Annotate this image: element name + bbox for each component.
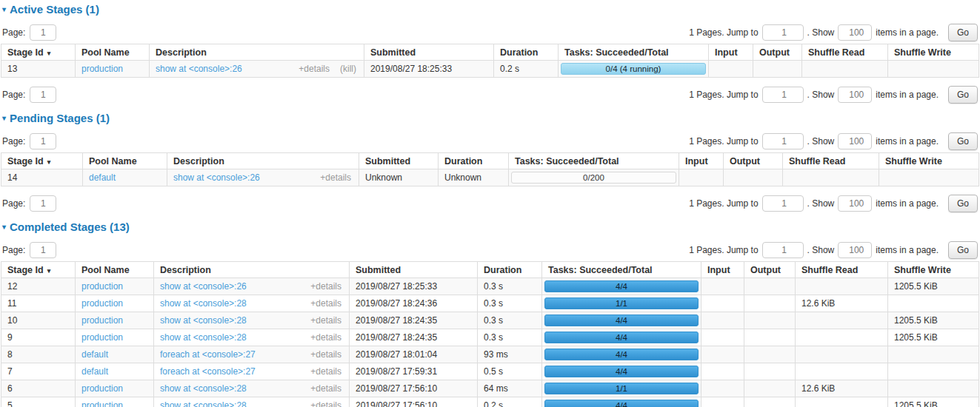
details-toggle[interactable]: +details (310, 366, 341, 377)
page-number-input[interactable] (30, 87, 56, 103)
details-toggle[interactable]: +details (310, 281, 341, 292)
column-header[interactable]: Stage Id▾ (1, 44, 76, 61)
jump-to-page-input[interactable] (762, 242, 804, 258)
items-per-page-input[interactable] (838, 24, 872, 41)
pool-name-link[interactable]: production (81, 332, 123, 343)
column-header[interactable]: Shuffle Read (802, 44, 888, 61)
items-per-page-input[interactable] (838, 87, 872, 103)
description-link[interactable]: show at <console>:28 (160, 298, 247, 309)
items-per-page-input[interactable] (838, 133, 872, 149)
shuffle-write-cell (888, 363, 979, 380)
column-header[interactable]: Tasks: Succeeded/Total (542, 262, 701, 278)
jump-to-page-input[interactable] (762, 195, 804, 212)
tasks-progress-bar: 4/4 (544, 366, 699, 377)
section-title-completed[interactable]: ▾Completed Stages (13) (2, 221, 979, 233)
column-header[interactable]: Output (744, 262, 796, 278)
column-header[interactable]: Stage Id▾ (1, 153, 83, 169)
details-toggle[interactable]: +details (310, 349, 341, 360)
column-header[interactable]: Input (679, 153, 724, 169)
column-header[interactable]: Duration (494, 44, 559, 61)
column-header[interactable]: Submitted (364, 44, 494, 61)
page-number-input[interactable] (30, 242, 56, 258)
output-cell (744, 278, 796, 295)
column-header[interactable]: Shuffle Read (796, 262, 888, 278)
page-number-input[interactable] (30, 24, 56, 41)
column-header[interactable]: Duration (478, 262, 542, 278)
description-link[interactable]: show at <console>:26 (156, 64, 242, 74)
column-header[interactable]: Description (154, 262, 350, 278)
column-header[interactable]: Duration (439, 153, 509, 169)
output-cell (724, 169, 783, 186)
details-toggle[interactable]: +details (310, 332, 341, 343)
pool-name-link[interactable]: production (81, 400, 123, 407)
input-cell (701, 312, 744, 329)
description-link[interactable]: show at <console>:28 (160, 332, 247, 343)
column-header[interactable]: Input (709, 44, 753, 61)
pool-name-link[interactable]: default (81, 366, 108, 377)
pool-name-link[interactable]: default (89, 172, 116, 183)
pool-name-link[interactable]: production (81, 281, 123, 292)
description-link[interactable]: foreach at <console>:27 (160, 349, 256, 360)
go-button[interactable]: Go (948, 241, 978, 259)
jump-to-page-input[interactable] (762, 24, 804, 41)
column-header[interactable]: Description (167, 153, 359, 169)
details-toggle[interactable]: +details (310, 383, 341, 394)
column-header[interactable]: Shuffle Write (888, 262, 979, 278)
pool-name-link[interactable]: production (81, 383, 123, 394)
description-link[interactable]: show at <console>:26 (173, 172, 260, 183)
column-header[interactable]: Stage Id▾ (1, 262, 76, 278)
pool-name-link[interactable]: production (81, 64, 123, 74)
column-header[interactable]: Submitted (350, 262, 478, 278)
page-number-input[interactable] (30, 133, 56, 149)
go-button[interactable]: Go (948, 195, 978, 212)
jump-to-page-input[interactable] (762, 133, 804, 149)
column-header[interactable]: Submitted (359, 153, 439, 169)
stage-id-cell: 14 (1, 169, 83, 186)
column-header-label: Shuffle Read (801, 265, 858, 275)
column-header[interactable]: Tasks: Succeeded/Total (509, 153, 679, 169)
section-title-active[interactable]: ▾Active Stages (1) (2, 3, 979, 16)
column-header[interactable]: Pool Name (76, 44, 150, 61)
details-toggle[interactable]: +details (320, 172, 351, 183)
description-link[interactable]: show at <console>:28 (160, 400, 247, 407)
output-cell (744, 363, 796, 380)
description-link[interactable]: show at <console>:26 (160, 281, 247, 292)
column-header[interactable]: Pool Name (76, 262, 154, 278)
pool-name-link[interactable]: production (81, 298, 123, 309)
section-title-pending[interactable]: ▾Pending Stages (1) (2, 112, 979, 124)
pool-name-link[interactable]: default (81, 349, 108, 360)
description-link[interactable]: show at <console>:28 (160, 383, 247, 394)
go-button[interactable]: Go (948, 86, 978, 104)
column-header[interactable]: Input (701, 262, 744, 278)
column-header[interactable]: Shuffle Read (783, 153, 879, 169)
pool-name-link[interactable]: production (81, 315, 123, 326)
details-toggle[interactable]: +details (310, 298, 341, 309)
pool-name-cell: production (76, 61, 150, 78)
go-button[interactable]: Go (948, 24, 978, 41)
go-button[interactable]: Go (948, 132, 978, 150)
page-number-input[interactable] (30, 195, 56, 212)
tasks-progress-cell: 0/200 (509, 169, 679, 186)
shuffle-write-cell: 1205.5 KiB (888, 312, 979, 329)
column-header[interactable]: Shuffle Write (879, 153, 979, 169)
details-toggle[interactable]: +details (310, 315, 341, 326)
description-link[interactable]: foreach at <console>:27 (160, 366, 256, 377)
details-toggle[interactable]: +details (310, 400, 341, 407)
items-per-page-input[interactable] (838, 242, 872, 258)
column-header[interactable]: Tasks: Succeeded/Total (559, 44, 709, 61)
details-toggle[interactable]: +details (299, 64, 330, 74)
output-cell (744, 346, 796, 363)
column-header[interactable]: Pool Name (83, 153, 167, 169)
jump-to-page-input[interactable] (762, 87, 804, 103)
column-header[interactable]: Output (724, 153, 783, 169)
column-header-label: Shuffle Read (789, 156, 845, 166)
column-header[interactable]: Output (753, 44, 802, 61)
output-cell (744, 380, 796, 397)
items-per-page-input[interactable] (838, 195, 872, 212)
column-header[interactable]: Shuffle Write (888, 44, 979, 61)
column-header-label: Input (715, 47, 738, 58)
column-header[interactable]: Description (150, 44, 364, 61)
kill-link[interactable]: (kill) (340, 64, 356, 74)
items-per-page-label: items in a page. (876, 245, 939, 255)
description-link[interactable]: show at <console>:28 (160, 315, 247, 326)
